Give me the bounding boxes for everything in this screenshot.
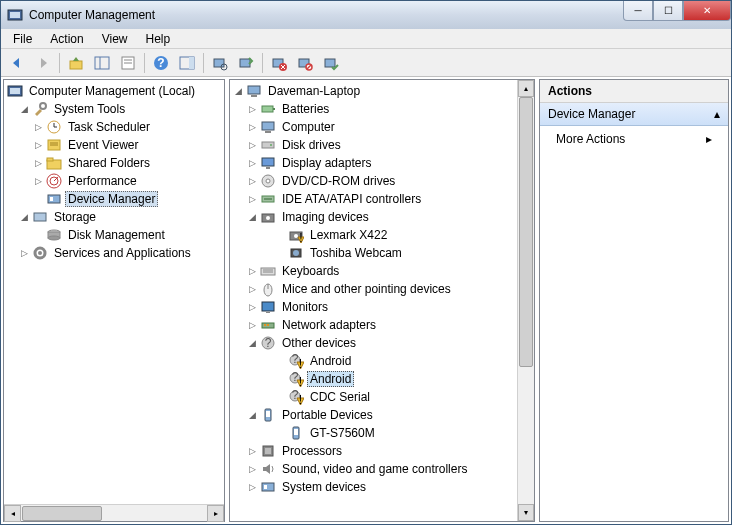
- device-category[interactable]: ▷Computer: [230, 118, 517, 136]
- battery-icon: [260, 101, 276, 117]
- expand-icon[interactable]: ▷: [18, 247, 31, 260]
- console-tree[interactable]: Computer Management (Local) ◢ System Too…: [4, 80, 224, 504]
- tree-storage[interactable]: ◢ Storage: [4, 208, 224, 226]
- vertical-scrollbar[interactable]: ▴ ▾: [517, 80, 534, 521]
- cpu-icon: [260, 443, 276, 459]
- scroll-right-button[interactable]: ▸: [207, 505, 224, 522]
- scroll-thumb[interactable]: [22, 506, 102, 521]
- tree-services-apps[interactable]: ▷ Services and Applications: [4, 244, 224, 262]
- disable-button[interactable]: [293, 51, 317, 75]
- device-tree[interactable]: ◢Daveman-Laptop▷Batteries▷Computer▷Disk …: [230, 80, 534, 521]
- svg-point-60: [266, 216, 270, 220]
- expand-icon[interactable]: ▷: [246, 481, 259, 494]
- menu-view[interactable]: View: [94, 30, 136, 48]
- expand-icon[interactable]: ▷: [246, 301, 259, 314]
- scroll-down-button[interactable]: ▾: [518, 504, 534, 521]
- tree-system-tools[interactable]: ◢ System Tools: [4, 100, 224, 118]
- device-category[interactable]: ▷DVD/CD-ROM drives: [230, 172, 517, 190]
- expand-icon[interactable]: ▷: [246, 445, 259, 458]
- actions-more[interactable]: More Actions ▸: [540, 126, 728, 152]
- tree-root[interactable]: Computer Management (Local): [4, 82, 224, 100]
- perf-icon: [46, 173, 62, 189]
- collapse-icon[interactable]: ◢: [246, 409, 259, 422]
- device-category[interactable]: ▷Processors: [230, 442, 517, 460]
- device-item[interactable]: !Lexmark X422: [230, 226, 517, 244]
- device-category[interactable]: ▷Keyboards: [230, 262, 517, 280]
- tree-task-scheduler[interactable]: ▷ Task Scheduler: [4, 118, 224, 136]
- device-category[interactable]: ▷Disk drives: [230, 136, 517, 154]
- device-item[interactable]: ?!CDC Serial: [230, 388, 517, 406]
- tree-performance[interactable]: ▷ Performance: [4, 172, 224, 190]
- minimize-button[interactable]: ─: [623, 1, 653, 21]
- expand-icon[interactable]: ▷: [246, 103, 259, 116]
- device-category[interactable]: ▷Mice and other pointing devices: [230, 280, 517, 298]
- actions-section[interactable]: Device Manager ▴: [540, 103, 728, 126]
- expand-icon[interactable]: ▷: [32, 175, 45, 188]
- titlebar[interactable]: Computer Management ─ ☐ ✕: [1, 1, 731, 29]
- expand-icon[interactable]: ▷: [246, 193, 259, 206]
- action-pane-button[interactable]: [175, 51, 199, 75]
- tree-disk-management[interactable]: Disk Management: [4, 226, 224, 244]
- computer-management-window: Computer Management ─ ☐ ✕ File Action Vi…: [0, 0, 732, 525]
- update-driver-button[interactable]: [234, 51, 258, 75]
- computer-icon: [246, 83, 262, 99]
- device-item[interactable]: Toshiba Webcam: [230, 244, 517, 262]
- horizontal-scrollbar[interactable]: ◂ ▸: [4, 504, 224, 521]
- scroll-up-button[interactable]: ▴: [518, 80, 534, 97]
- properties-button[interactable]: [116, 51, 140, 75]
- device-item[interactable]: ?!Android: [230, 370, 517, 388]
- device-category[interactable]: ▷Sound, video and game controllers: [230, 460, 517, 478]
- svg-rect-2: [70, 61, 82, 69]
- collapse-icon[interactable]: ◢: [232, 85, 245, 98]
- collapse-icon[interactable]: ◢: [246, 211, 259, 224]
- menu-action[interactable]: Action: [42, 30, 91, 48]
- device-tree-pane: ◢Daveman-Laptop▷Batteries▷Computer▷Disk …: [229, 79, 535, 522]
- expand-icon[interactable]: ▷: [246, 139, 259, 152]
- collapse-icon[interactable]: ◢: [18, 211, 31, 224]
- scroll-left-button[interactable]: ◂: [4, 505, 21, 522]
- uninstall-button[interactable]: [267, 51, 291, 75]
- tree-device-manager[interactable]: Device Manager: [4, 190, 224, 208]
- device-category[interactable]: ▷Display adapters: [230, 154, 517, 172]
- expand-icon[interactable]: ▷: [246, 175, 259, 188]
- device-category[interactable]: ▷Monitors: [230, 298, 517, 316]
- expand-icon[interactable]: ▷: [246, 121, 259, 134]
- device-item[interactable]: ?!Android: [230, 352, 517, 370]
- collapse-icon[interactable]: ◢: [18, 103, 31, 116]
- menu-help[interactable]: Help: [138, 30, 179, 48]
- device-root[interactable]: ◢Daveman-Laptop: [230, 82, 517, 100]
- help-button[interactable]: ?: [149, 51, 173, 75]
- close-button[interactable]: ✕: [683, 1, 731, 21]
- device-category[interactable]: ◢Imaging devices: [230, 208, 517, 226]
- expand-icon[interactable]: ▷: [32, 139, 45, 152]
- expand-icon[interactable]: ▷: [246, 283, 259, 296]
- expand-icon[interactable]: ▷: [246, 157, 259, 170]
- scan-hardware-button[interactable]: [208, 51, 232, 75]
- svg-point-42: [48, 236, 60, 240]
- scroll-thumb[interactable]: [519, 97, 533, 367]
- expand-icon[interactable]: ▷: [246, 265, 259, 278]
- collapse-icon[interactable]: ◢: [246, 337, 259, 350]
- back-button[interactable]: [5, 51, 29, 75]
- enable-button[interactable]: [319, 51, 343, 75]
- device-category[interactable]: ◢?Other devices: [230, 334, 517, 352]
- device-category[interactable]: ▷System devices: [230, 478, 517, 496]
- menu-file[interactable]: File: [5, 30, 40, 48]
- show-hide-tree-button[interactable]: [90, 51, 114, 75]
- expand-icon[interactable]: ▷: [246, 463, 259, 476]
- device-category[interactable]: ▷IDE ATA/ATAPI controllers: [230, 190, 517, 208]
- device-item[interactable]: GT-S7560M: [230, 424, 517, 442]
- collapse-icon[interactable]: ▴: [714, 107, 720, 121]
- device-category[interactable]: ▷Network adapters: [230, 316, 517, 334]
- device-category[interactable]: ◢Portable Devices: [230, 406, 517, 424]
- expand-icon[interactable]: ▷: [246, 319, 259, 332]
- forward-button[interactable]: [31, 51, 55, 75]
- tree-shared-folders[interactable]: ▷ Shared Folders: [4, 154, 224, 172]
- maximize-button[interactable]: ☐: [653, 1, 683, 21]
- expand-icon[interactable]: ▷: [32, 157, 45, 170]
- expand-icon[interactable]: ▷: [32, 121, 45, 134]
- unknown-warn-icon: ?!: [288, 371, 304, 387]
- device-category[interactable]: ▷Batteries: [230, 100, 517, 118]
- tree-event-viewer[interactable]: ▷ Event Viewer: [4, 136, 224, 154]
- up-button[interactable]: [64, 51, 88, 75]
